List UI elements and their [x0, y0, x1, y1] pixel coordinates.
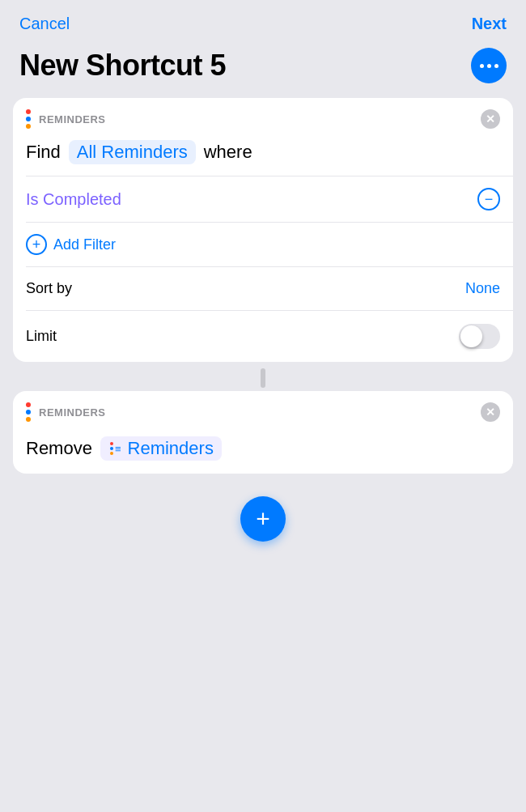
is-completed-label[interactable]: Is Completed: [26, 190, 121, 209]
plus-icon: +: [256, 507, 270, 531]
dot-3: [494, 64, 498, 68]
limit-label: Limit: [26, 328, 57, 345]
sort-label: Sort by: [26, 280, 72, 297]
card1-close-button[interactable]: ✕: [481, 109, 500, 129]
limit-row: Limit: [13, 311, 513, 362]
remove-filter-button[interactable]: −: [477, 188, 500, 210]
add-action-button[interactable]: +: [240, 496, 286, 542]
card2-close-button[interactable]: ✕: [481, 402, 500, 422]
find-row: Find All Reminders where: [13, 137, 513, 176]
remove-text: Remove: [26, 438, 92, 459]
badge-list-icon: ≡: [115, 443, 121, 455]
badge-dot-blue: [110, 447, 113, 450]
add-filter-button[interactable]: +: [26, 234, 47, 255]
sort-value[interactable]: None: [465, 280, 500, 297]
badge-dots-icon: [110, 442, 113, 455]
badge-dot-orange: [110, 452, 113, 455]
card1-header-left: REMINDERS: [26, 109, 106, 129]
reminders-badge-text: Reminders: [128, 438, 214, 459]
icon2-dot-blue: [26, 410, 31, 415]
remove-row: Remove ≡ Reminders: [13, 430, 513, 474]
add-filter-label[interactable]: Add Filter: [53, 236, 116, 253]
sort-row: Sort by None: [13, 267, 513, 310]
find-reminders-card: REMINDERS ✕ Find All Reminders where Is …: [13, 98, 513, 362]
card1-section-label: REMINDERS: [39, 113, 106, 125]
card2-header: REMINDERS ✕: [13, 391, 513, 430]
badge-dot-red: [110, 442, 113, 445]
page-title: New Shortcut 5: [19, 49, 226, 83]
dot-1: [480, 64, 484, 68]
find-text: Find: [26, 142, 61, 163]
icon-dot-yellow: [26, 124, 31, 129]
more-button[interactable]: [471, 48, 507, 83]
filter-row: Is Completed −: [13, 176, 513, 222]
card2-section-label: REMINDERS: [39, 406, 106, 419]
card1-header: REMINDERS ✕: [13, 98, 513, 137]
icon2-dot-yellow: [26, 417, 31, 422]
title-row: New Shortcut 5: [0, 41, 526, 98]
add-filter-row: + Add Filter: [13, 223, 513, 266]
next-button[interactable]: Next: [472, 15, 507, 33]
more-dots-icon: [480, 64, 498, 68]
icon-dot-red: [26, 109, 31, 114]
where-text: where: [204, 142, 252, 163]
dot-2: [487, 64, 491, 68]
badge-icon-wrapper: ≡: [108, 441, 123, 456]
header: Cancel Next: [0, 0, 526, 41]
cancel-button[interactable]: Cancel: [19, 15, 70, 33]
reminders-icon-2: [26, 402, 31, 422]
add-button-wrapper: +: [0, 483, 526, 558]
remove-reminders-card: REMINDERS ✕ Remove ≡ Reminders: [13, 391, 513, 474]
icon2-dot-red: [26, 402, 31, 407]
reminders-icon: [26, 109, 31, 129]
icon-dot-blue: [26, 117, 31, 121]
toggle-knob: [460, 325, 482, 347]
all-reminders-badge[interactable]: All Reminders: [69, 140, 196, 164]
card2-header-left: REMINDERS: [26, 402, 106, 422]
limit-toggle[interactable]: [459, 324, 500, 349]
reminders-badge[interactable]: ≡ Reminders: [100, 436, 222, 461]
connector-line: [261, 368, 265, 388]
